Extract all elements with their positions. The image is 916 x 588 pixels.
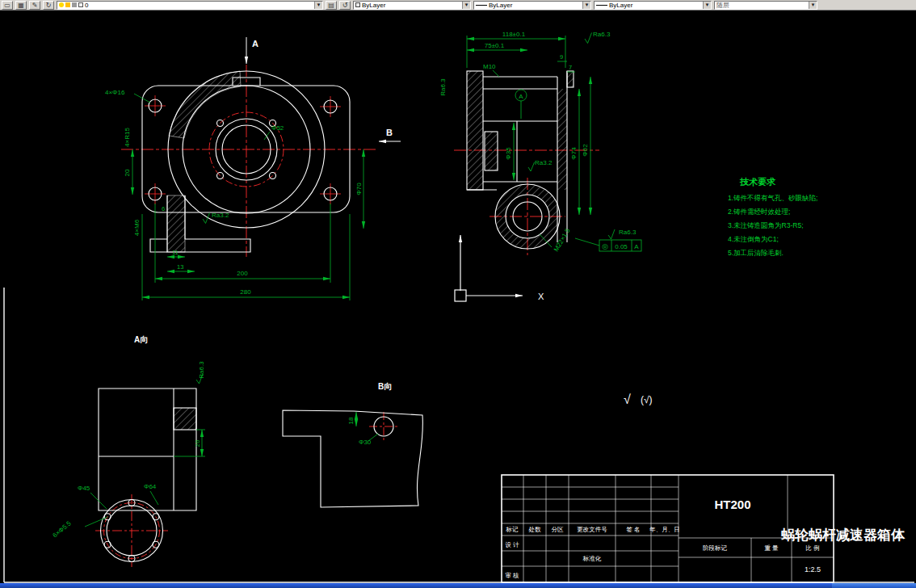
- lineweight-dropdown-arrow[interactable]: ▼: [703, 2, 711, 9]
- header-signature: 签 名: [626, 526, 640, 533]
- dim-ra63-top: Ra6.3: [593, 31, 611, 38]
- front-base-hatch: [167, 195, 185, 252]
- stage-mark-label: 阶段标记: [703, 544, 728, 552]
- dim-280: 280: [240, 288, 251, 296]
- tolerance-datum: A: [634, 243, 639, 250]
- dim-26: 26: [194, 439, 201, 447]
- dim-200: 200: [237, 270, 248, 277]
- layer-dropdown[interactable]: 0 ▼: [57, 1, 323, 10]
- dim-ra63-view-a: Ra6.3: [198, 361, 205, 379]
- dim-d35: Φ35: [505, 147, 512, 160]
- dim-18: 18: [347, 417, 355, 424]
- header-date: 年、月、日: [649, 526, 680, 533]
- plotstyle-dropdown-arrow[interactable]: ▼: [809, 2, 817, 9]
- dim-d62: Φ62: [582, 144, 589, 157]
- drawing-canvas[interactable]: A B 4×Φ16 4×R15 20 4×M6 Ra3.2: [0, 0, 916, 588]
- view-a-label: A向: [134, 335, 148, 344]
- lineweight-dropdown-value: ByLayer: [609, 2, 632, 9]
- layer-dropdown-value: 0: [85, 2, 88, 9]
- toolbar-open-button[interactable]: ▦: [15, 1, 27, 10]
- header-zone: 分区: [552, 526, 565, 533]
- view-b-label: B向: [378, 382, 392, 391]
- header-count: 处数: [528, 526, 542, 533]
- row-design: 设 计: [505, 541, 519, 548]
- linetype-dropdown[interactable]: ByLayer ▼: [473, 1, 591, 10]
- scale-value: 1:2.5: [805, 565, 821, 573]
- dim-ra32-front: Ra3.2: [212, 212, 229, 219]
- row-standardization: 标准化: [582, 555, 602, 562]
- linetype-dropdown-value: ByLayer: [489, 2, 512, 9]
- weight-label: 重 量: [764, 544, 779, 552]
- scale-label: 比 例: [805, 544, 819, 552]
- taskbar[interactable]: [0, 583, 916, 588]
- view-arrow-a-label: A: [252, 39, 258, 48]
- dim-d64: Φ64: [144, 483, 157, 490]
- tech-req-title: 技术要求: [739, 177, 776, 187]
- material-label: HT200: [714, 498, 750, 511]
- plotstyle-dropdown[interactable]: 随层 ▼: [714, 1, 817, 10]
- dim-d30: Φ30: [359, 439, 372, 446]
- dim-d52: Φ52: [271, 124, 284, 132]
- layer-manager-button[interactable]: ▤: [326, 1, 337, 10]
- color-dropdown-value: ByLayer: [362, 2, 385, 9]
- dim-d74: Φ74: [570, 147, 578, 160]
- layer-color-swatch: [78, 2, 83, 7]
- toolbar-new-button[interactable]: ▭: [2, 1, 13, 10]
- dim-13: 13: [177, 263, 183, 271]
- dim-20: 20: [124, 169, 131, 176]
- lineweight-dropdown[interactable]: ByLayer ▼: [594, 1, 712, 10]
- taskbar-tray[interactable]: [832, 583, 916, 588]
- header-change-doc: 更改文件号: [577, 526, 607, 533]
- datum-a-label: A: [519, 93, 523, 100]
- dim-d70: Φ70: [355, 183, 363, 195]
- dim-m10: M10: [483, 63, 496, 70]
- toolbar-save-button[interactable]: ✎: [29, 1, 40, 10]
- view-arrow-b-label: B: [386, 128, 393, 137]
- layer-lock-icon: [72, 2, 77, 7]
- tech-req-line-2: 2.铸件需经时效处理;: [728, 208, 790, 216]
- tech-req-line-4: 4.未注倒角为C1;: [728, 235, 779, 243]
- dim-9: 9: [560, 53, 563, 61]
- color-dropdown[interactable]: ByLayer ▼: [353, 1, 471, 10]
- dim-6: 6: [162, 205, 165, 212]
- part-name: 蜗轮蜗杆减速器箱体: [780, 527, 905, 543]
- finish-secondary-symbol: (√): [641, 394, 653, 405]
- dim-ra63-left: Ra6.3: [439, 78, 447, 96]
- linetype-dropdown-arrow[interactable]: ▼: [582, 2, 590, 9]
- plotstyle-dropdown-value: 随层: [716, 1, 729, 10]
- layer-on-icon: [59, 2, 64, 7]
- layer-previous-button[interactable]: ↺: [339, 1, 351, 10]
- toolbar-undo-button[interactable]: ↻: [43, 1, 54, 10]
- dim-4xm6: 4×M6: [133, 219, 141, 236]
- dim-118: 118±0.1: [502, 31, 526, 38]
- layer-dropdown-arrow[interactable]: ▼: [314, 2, 322, 9]
- lineweight-sample-icon: [596, 5, 607, 6]
- tech-req-line-5: 5.加工后清除毛刺.: [728, 249, 784, 257]
- dim-7: 7: [569, 64, 572, 71]
- dim-ra63-right: Ra6.3: [619, 229, 637, 236]
- header-mark: 标记: [506, 526, 519, 533]
- tolerance-symbol: ◎: [602, 242, 608, 250]
- dim-4xr15: 4×R15: [124, 128, 131, 147]
- toolbar: ▭ ▦ ✎ ↻ 0 ▼ ▤ ↺ ByLayer ▼ ByLayer ▼ ByLa…: [0, 0, 916, 10]
- linetype-sample-icon: [476, 5, 487, 6]
- color-dropdown-arrow[interactable]: ▼: [462, 2, 470, 9]
- view-a-hatch: [174, 408, 196, 430]
- ucs-x-label: X: [538, 292, 544, 301]
- dim-d45: Φ45: [78, 485, 90, 492]
- color-swatch-icon: [355, 2, 360, 7]
- row-check: 审 核: [505, 572, 519, 579]
- dim-11: 11: [172, 249, 179, 256]
- tolerance-value: 0.05: [615, 243, 628, 250]
- finish-primary-symbol: √: [624, 393, 631, 406]
- tech-req-line-1: 1.铸件不得有气孔、砂眼缺陷;: [728, 194, 817, 202]
- tech-req-line-3: 3.未注铸造圆角为R3-R5;: [728, 221, 804, 229]
- dim-4xd16: 4×Φ16: [105, 89, 125, 96]
- dim-75: 75±0.1: [485, 42, 505, 49]
- dim-ra32-section: Ra3.2: [535, 159, 553, 166]
- layer-thaw-icon: [65, 2, 70, 7]
